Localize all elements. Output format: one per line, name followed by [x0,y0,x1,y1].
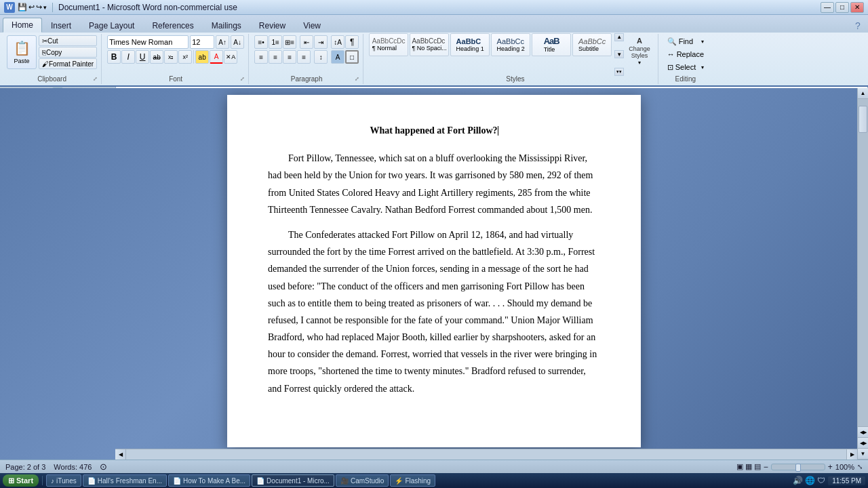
view-icons[interactable]: ▣ ▦ ▤ [736,462,761,471]
taskbar-halls[interactable]: 📄Hall's Freshman En... [83,474,167,487]
tab-review[interactable]: Review [250,18,294,33]
shading-button[interactable]: A [331,50,344,64]
scroll-left-button[interactable]: ◀ [115,449,126,460]
quick-access-dropdown[interactable]: ▾ [43,4,47,11]
editing-label: Editing [660,75,711,83]
word-icon: W [4,2,15,13]
style-normal[interactable]: AaBbCcDc ¶ Normal [369,33,408,56]
clear-format-button[interactable]: ✕A [224,50,237,64]
replace-button[interactable]: ↔ Replace [664,48,707,60]
italic-button[interactable]: I [121,50,135,64]
zoom-slider[interactable] [771,464,825,470]
zoom-fit-button[interactable]: ⤡ [857,463,863,470]
text-highlight-button[interactable]: ab [195,50,209,64]
shield-icon[interactable]: 🛡 [817,476,825,485]
taskbar-document1[interactable]: 📄Document1 - Micro... [252,474,334,487]
document-area[interactable]: What happened at Fort Pillow? Fort Pillo… [0,88,868,460]
taskbar-camstudio[interactable]: 🎥CamStudio [336,474,389,487]
zoom-plus[interactable]: + [828,462,833,472]
subscript-button[interactable]: x₂ [164,50,178,64]
speaker-icon[interactable]: 🔊 [793,476,803,485]
align-right-button[interactable]: ≡ [283,50,296,64]
superscript-button[interactable]: x² [178,50,192,64]
font-name-input[interactable] [107,35,189,49]
taskbar-howto[interactable]: 📄How To Make A Be... [168,474,250,487]
style-title[interactable]: AaB Title [532,33,571,56]
tab-mailings[interactable]: Mailings [203,18,250,33]
track-changes-icon[interactable]: ⊙ [100,462,107,472]
styles-label: Styles [369,75,662,83]
styles-scroll-up[interactable]: ▲ [614,33,624,41]
shrink-font-button[interactable]: A↓ [231,35,244,49]
font-expand[interactable]: ⤢ [240,76,247,83]
show-formatting-button[interactable]: ¶ [345,35,359,49]
scroll-next-button[interactable]: ▼ [858,449,868,460]
align-center-button[interactable]: ≡ [269,50,282,64]
tab-page-layout[interactable]: Page Layout [80,18,143,33]
scroll-thumb-vertical[interactable] [859,106,867,133]
font-size-input[interactable] [190,35,214,49]
scrollbar-horizontal[interactable]: ◀ ▶ [115,449,857,460]
border-button[interactable]: □ [345,50,359,64]
style-heading1[interactable]: AaBbC Heading 1 [450,33,490,56]
quick-undo[interactable]: ↩ [28,3,35,12]
quick-redo[interactable]: ↪ [36,3,42,12]
editing-group: 🔍 Find ▾ ↔ Replace ⊡ Select ▾ Editing [660,34,711,84]
zoom-minus[interactable]: − [764,462,768,472]
network-icon[interactable]: 🌐 [805,476,815,485]
start-button[interactable]: ⊞Start [3,474,39,487]
paragraph-expand[interactable]: ⤢ [355,76,361,83]
underline-button[interactable]: U [136,50,149,64]
tab-home[interactable]: Home [3,18,42,33]
decrease-indent-button[interactable]: ⇤ [300,35,313,49]
help-button[interactable]: ? [850,19,865,33]
document-page[interactable]: What happened at Fort Pillow? Fort Pillo… [227,95,641,447]
scroll-page-down[interactable]: ◀▶ [858,438,868,449]
strikethrough-button[interactable]: ab [150,50,163,64]
taskbar-itunes[interactable]: ♪iTunes [46,474,81,487]
title-bar: W 💾 ↩ ↪ ▾ Document1 - Microsoft Word non… [0,0,868,15]
change-styles-button[interactable]: A ChangeStyles ▾ [625,33,654,76]
page-info: Page: 2 of 3 [5,463,45,471]
close-button[interactable]: ✕ [850,2,864,13]
format-painter-button[interactable]: 🖌 Format Painter [39,58,97,69]
tab-references[interactable]: References [143,18,202,33]
scroll-right-button[interactable]: ▶ [846,449,857,460]
taskbar-flashing[interactable]: ⚡Flashing [390,474,435,487]
scroll-page-up[interactable]: ◀▶ [858,427,868,438]
styles-scroll-down[interactable]: ▼ [614,50,624,58]
sort-button[interactable]: ↕A [331,35,344,49]
cut-button[interactable]: ✂ Cut [39,35,97,46]
paste-button[interactable]: 📋 Paste [7,35,37,69]
increase-indent-button[interactable]: ⇥ [314,35,328,49]
minimize-button[interactable]: — [821,2,834,13]
scrollbar-vertical[interactable]: ▲ ◀▶ ◀▶ ▼ [857,88,868,460]
grow-font-button[interactable]: A↑ [216,35,229,49]
font-color-button[interactable]: A [210,50,223,64]
tab-view[interactable]: View [294,18,330,33]
clipboard-small-buttons: ✂ Cut ⎘ Copy 🖌 Format Painter [39,35,97,69]
styles-dropdown[interactable]: ▾▾ [614,68,624,76]
scroll-track-vertical[interactable] [858,99,868,426]
maximize-button[interactable]: □ [835,2,849,13]
align-left-button[interactable]: ≡ [254,50,268,64]
clipboard-expand[interactable]: ⤢ [93,76,100,83]
copy-button[interactable]: ⎘ Copy [39,47,97,58]
justify-button[interactable]: ≡ [297,50,311,64]
style-subtitle[interactable]: AaBbCc Subtitle [572,33,612,56]
style-no-spacing[interactable]: AaBbCcDc ¶ No Spaci... [410,33,449,56]
select-button[interactable]: ⊡ Select ▾ [664,61,707,73]
style-heading2[interactable]: AaBbCc Heading 2 [491,33,530,56]
find-button[interactable]: 🔍 Find ▾ [664,35,707,47]
quick-save[interactable]: 💾 [18,3,27,12]
paste-icon: 📋 [14,40,31,56]
bullets-button[interactable]: ≡• [254,35,268,49]
scroll-up-button[interactable]: ▲ [858,88,868,99]
tab-insert[interactable]: Insert [42,18,80,33]
numbering-button[interactable]: 1≡ [269,35,282,49]
ribbon-tabs: Home Insert Page Layout References Maili… [0,15,868,33]
line-spacing-button[interactable]: ↕ [314,50,328,64]
bold-button[interactable]: B [107,50,121,64]
multilevel-list-button[interactable]: ⊞≡ [283,35,296,49]
clipboard-group: 📋 Paste ✂ Cut ⎘ Copy 🖌 Format Painter Cl… [3,34,102,84]
